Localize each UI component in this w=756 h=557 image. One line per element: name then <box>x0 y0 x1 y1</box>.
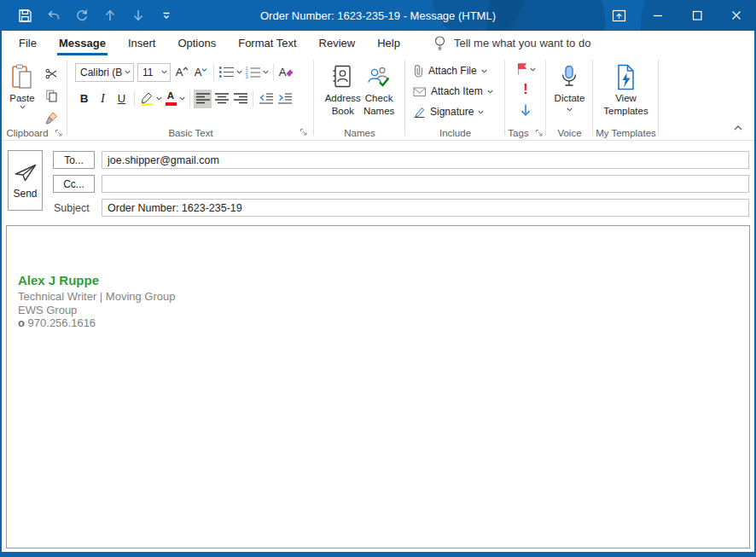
high-importance-button[interactable]: ! <box>523 80 527 99</box>
chevron-down-icon <box>530 67 536 72</box>
attach-item-button[interactable]: Attach Item <box>413 81 505 102</box>
signature-name: Alex J Ruppe <box>18 273 749 287</box>
tab-options[interactable]: Options <box>166 31 227 55</box>
check-names-label-2: Names <box>363 105 394 118</box>
tab-message[interactable]: Message <box>48 31 117 55</box>
paste-icon <box>11 61 33 92</box>
cc-button[interactable]: Cc... <box>53 175 95 193</box>
signature-phone-number: 970.256.1616 <box>28 316 96 329</box>
attach-file-button[interactable]: Attach File <box>413 61 505 81</box>
chevron-down-icon <box>20 105 26 109</box>
ribbon-tab-row: File Message Insert Options Format Text … <box>2 31 754 55</box>
template-document-icon <box>615 61 637 92</box>
attach-item-label: Attach Item <box>431 85 483 97</box>
increase-indent-button[interactable] <box>276 90 294 108</box>
ribbon-display-options-button[interactable] <box>599 0 638 31</box>
to-field[interactable] <box>102 151 749 169</box>
group-basic-text: Calibri (Boc 11 A A <box>67 55 314 140</box>
send-label: Send <box>13 188 37 200</box>
group-label-clipboard: Clipboard <box>6 128 48 138</box>
chevron-down-icon <box>161 70 167 74</box>
tab-format-text[interactable]: Format Text <box>227 31 307 55</box>
dialog-launcher-icon[interactable] <box>55 129 63 137</box>
undo-button[interactable] <box>45 8 61 24</box>
message-body[interactable]: Alex J Ruppe Technical Writer | Moving G… <box>6 225 750 548</box>
subject-field[interactable] <box>102 199 749 217</box>
address-book-label-1: Address <box>325 92 361 105</box>
window-client-area: File Message Insert Options Format Text … <box>2 31 754 552</box>
cc-field[interactable] <box>102 175 749 193</box>
move-up-button[interactable] <box>102 8 118 24</box>
ribbon-display-options-icon <box>612 9 626 22</box>
flag-icon <box>516 62 527 76</box>
font-name-combobox[interactable]: Calibri (Boc <box>75 63 134 82</box>
chevron-down-icon <box>487 90 493 94</box>
paperclip-icon <box>413 64 424 78</box>
low-importance-button[interactable] <box>520 101 532 119</box>
save-button[interactable] <box>17 8 33 24</box>
dialog-launcher-icon[interactable] <box>535 129 544 137</box>
copy-button[interactable] <box>42 87 61 104</box>
chevron-down-icon <box>567 107 573 112</box>
chevron-down-icon <box>481 69 487 73</box>
attach-file-label: Attach File <box>428 65 477 77</box>
quick-access-toolbar <box>17 0 174 31</box>
signature-phone: o 970.256.1616 <box>18 316 749 330</box>
text-highlight-button[interactable] <box>138 90 163 108</box>
signature-pen-icon <box>413 106 426 119</box>
view-templates-label-1: View <box>615 92 637 105</box>
align-center-button[interactable] <box>212 90 230 108</box>
down-arrow-icon <box>131 8 146 23</box>
bullets-button[interactable] <box>218 63 243 82</box>
tell-me-box[interactable]: Tell me what you want to do <box>433 31 590 55</box>
maximize-button[interactable] <box>677 0 717 31</box>
high-importance-icon: ! <box>523 82 527 97</box>
numbering-button[interactable]: 123 <box>244 63 270 82</box>
font-color-button[interactable]: A <box>164 90 186 108</box>
chevron-up-icon <box>733 125 743 131</box>
align-right-button[interactable] <box>231 90 249 108</box>
customize-qat-button[interactable] <box>158 8 174 24</box>
window-controls <box>599 0 756 31</box>
send-button[interactable]: Send <box>8 150 43 211</box>
tab-review[interactable]: Review <box>308 31 367 55</box>
minimize-button[interactable] <box>638 0 677 31</box>
move-down-button[interactable] <box>130 8 146 24</box>
scissors-icon <box>45 67 58 80</box>
dialog-launcher-icon[interactable] <box>299 128 308 136</box>
save-icon <box>18 9 32 23</box>
bulleted-list-icon <box>218 66 235 78</box>
tab-help[interactable]: Help <box>366 31 411 55</box>
follow-up-flag-button[interactable] <box>516 60 536 78</box>
chevron-down-icon <box>236 70 242 74</box>
redo-button[interactable] <box>73 8 90 24</box>
italic-button[interactable]: I <box>94 90 112 108</box>
format-painter-button[interactable] <box>42 109 61 126</box>
check-names-label-1: Check <box>365 92 393 105</box>
align-left-icon <box>195 92 211 105</box>
underline-button[interactable]: U <box>113 90 131 108</box>
to-button[interactable]: To... <box>53 151 95 169</box>
bold-button[interactable]: B <box>75 90 93 108</box>
dictate-label: Dictate <box>555 92 585 105</box>
tab-file[interactable]: File <box>8 31 48 55</box>
numbered-list-icon: 123 <box>245 66 261 78</box>
align-left-button[interactable] <box>194 90 212 108</box>
copy-icon <box>45 90 58 102</box>
collapse-ribbon-button[interactable] <box>731 122 745 134</box>
chevron-down-icon <box>478 110 484 114</box>
clear-formatting-button[interactable]: A <box>277 63 295 82</box>
window-title: Order Number: 1623-235-19 - Message (HTM… <box>260 0 496 31</box>
grow-font-button[interactable]: A <box>173 63 191 82</box>
cut-button[interactable] <box>42 65 61 82</box>
signature-button[interactable]: Signature <box>413 102 505 122</box>
font-size-value: 11 <box>138 67 159 78</box>
tab-insert[interactable]: Insert <box>117 31 167 55</box>
close-button[interactable] <box>717 0 756 31</box>
lightbulb-icon <box>433 35 446 52</box>
decrease-indent-button[interactable] <box>257 90 275 108</box>
font-size-combobox[interactable]: 11 <box>137 63 171 82</box>
group-tags: ! Tags <box>505 55 546 140</box>
shrink-font-button[interactable]: A <box>192 63 210 82</box>
signature-label: Signature <box>430 106 474 118</box>
